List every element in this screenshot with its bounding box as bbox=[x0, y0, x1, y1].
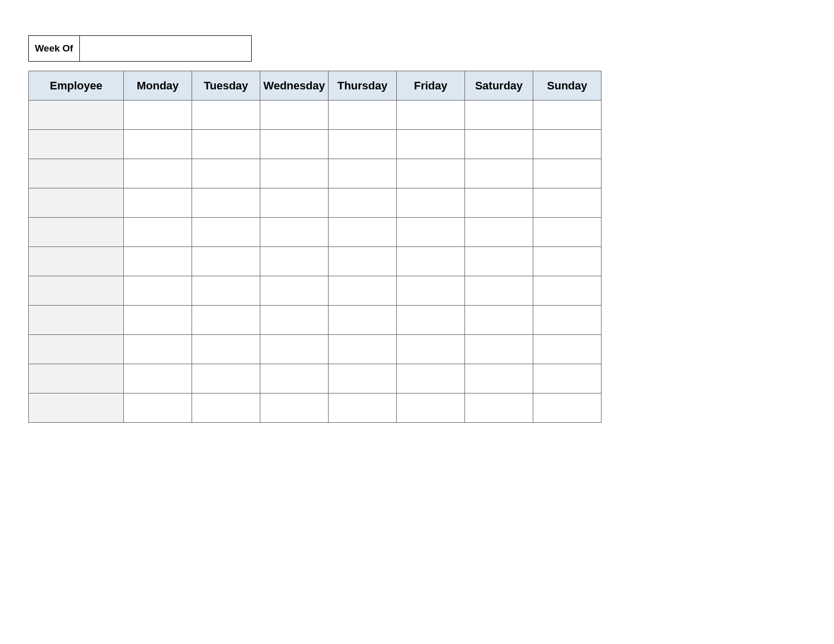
schedule-cell[interactable] bbox=[465, 188, 533, 218]
schedule-cell[interactable] bbox=[260, 159, 329, 188]
table-row bbox=[29, 335, 601, 364]
schedule-cell[interactable] bbox=[260, 364, 329, 393]
schedule-cell[interactable] bbox=[124, 247, 192, 276]
schedule-cell[interactable] bbox=[260, 188, 329, 218]
schedule-cell[interactable] bbox=[329, 218, 397, 247]
week-of-label: Week Of bbox=[28, 35, 80, 62]
schedule-cell[interactable] bbox=[192, 335, 260, 364]
schedule-cell[interactable] bbox=[533, 364, 601, 393]
schedule-cell[interactable] bbox=[533, 393, 601, 423]
schedule-cell[interactable] bbox=[533, 188, 601, 218]
schedule-table: Employee Monday Tuesday Wednesday Thursd… bbox=[28, 71, 601, 423]
schedule-cell[interactable] bbox=[124, 188, 192, 218]
schedule-cell[interactable] bbox=[533, 276, 601, 306]
table-row bbox=[29, 276, 601, 306]
header-sunday: Sunday bbox=[533, 71, 601, 101]
employee-cell[interactable] bbox=[29, 188, 124, 218]
employee-cell[interactable] bbox=[29, 159, 124, 188]
employee-cell[interactable] bbox=[29, 306, 124, 335]
schedule-cell[interactable] bbox=[260, 247, 329, 276]
schedule-cell[interactable] bbox=[533, 101, 601, 130]
table-row bbox=[29, 393, 601, 423]
schedule-cell[interactable] bbox=[465, 159, 533, 188]
schedule-cell[interactable] bbox=[124, 101, 192, 130]
schedule-cell[interactable] bbox=[397, 335, 465, 364]
schedule-cell[interactable] bbox=[533, 306, 601, 335]
schedule-cell[interactable] bbox=[124, 276, 192, 306]
schedule-cell[interactable] bbox=[192, 188, 260, 218]
schedule-cell[interactable] bbox=[465, 306, 533, 335]
schedule-cell[interactable] bbox=[260, 393, 329, 423]
schedule-cell[interactable] bbox=[260, 306, 329, 335]
schedule-cell[interactable] bbox=[465, 247, 533, 276]
schedule-cell[interactable] bbox=[260, 101, 329, 130]
schedule-cell[interactable] bbox=[533, 130, 601, 159]
schedule-cell[interactable] bbox=[465, 335, 533, 364]
schedule-cell[interactable] bbox=[329, 364, 397, 393]
schedule-cell[interactable] bbox=[465, 276, 533, 306]
schedule-cell[interactable] bbox=[329, 306, 397, 335]
schedule-cell[interactable] bbox=[329, 188, 397, 218]
schedule-cell[interactable] bbox=[260, 276, 329, 306]
schedule-cell[interactable] bbox=[465, 364, 533, 393]
schedule-cell[interactable] bbox=[329, 101, 397, 130]
employee-cell[interactable] bbox=[29, 130, 124, 159]
schedule-cell[interactable] bbox=[397, 393, 465, 423]
schedule-cell[interactable] bbox=[192, 247, 260, 276]
schedule-cell[interactable] bbox=[260, 130, 329, 159]
schedule-cell[interactable] bbox=[260, 335, 329, 364]
schedule-cell[interactable] bbox=[533, 247, 601, 276]
schedule-cell[interactable] bbox=[329, 393, 397, 423]
schedule-cell[interactable] bbox=[192, 364, 260, 393]
table-row bbox=[29, 247, 601, 276]
week-of-input[interactable] bbox=[80, 35, 252, 62]
schedule-cell[interactable] bbox=[192, 276, 260, 306]
schedule-cell[interactable] bbox=[533, 159, 601, 188]
employee-cell[interactable] bbox=[29, 393, 124, 423]
schedule-cell[interactable] bbox=[124, 306, 192, 335]
schedule-cell[interactable] bbox=[397, 247, 465, 276]
schedule-cell[interactable] bbox=[465, 393, 533, 423]
employee-cell[interactable] bbox=[29, 101, 124, 130]
schedule-cell[interactable] bbox=[192, 218, 260, 247]
schedule-cell[interactable] bbox=[192, 130, 260, 159]
table-row bbox=[29, 218, 601, 247]
employee-cell[interactable] bbox=[29, 218, 124, 247]
schedule-cell[interactable] bbox=[124, 130, 192, 159]
employee-cell[interactable] bbox=[29, 364, 124, 393]
week-of-box: Week Of bbox=[28, 35, 601, 62]
schedule-cell[interactable] bbox=[124, 218, 192, 247]
table-row bbox=[29, 101, 601, 130]
schedule-cell[interactable] bbox=[397, 364, 465, 393]
schedule-cell[interactable] bbox=[397, 306, 465, 335]
schedule-cell[interactable] bbox=[192, 393, 260, 423]
schedule-cell[interactable] bbox=[124, 159, 192, 188]
schedule-cell[interactable] bbox=[465, 101, 533, 130]
employee-cell[interactable] bbox=[29, 247, 124, 276]
employee-cell[interactable] bbox=[29, 335, 124, 364]
schedule-cell[interactable] bbox=[397, 218, 465, 247]
schedule-cell[interactable] bbox=[329, 159, 397, 188]
schedule-cell[interactable] bbox=[260, 218, 329, 247]
schedule-cell[interactable] bbox=[329, 335, 397, 364]
schedule-cell[interactable] bbox=[192, 101, 260, 130]
schedule-cell[interactable] bbox=[533, 218, 601, 247]
schedule-cell[interactable] bbox=[329, 276, 397, 306]
schedule-cell[interactable] bbox=[124, 364, 192, 393]
schedule-cell[interactable] bbox=[465, 130, 533, 159]
schedule-cell[interactable] bbox=[124, 393, 192, 423]
schedule-cell[interactable] bbox=[465, 218, 533, 247]
schedule-cell[interactable] bbox=[397, 101, 465, 130]
schedule-cell[interactable] bbox=[192, 306, 260, 335]
schedule-cell[interactable] bbox=[192, 159, 260, 188]
schedule-cell[interactable] bbox=[397, 130, 465, 159]
schedule-cell[interactable] bbox=[533, 335, 601, 364]
schedule-cell[interactable] bbox=[329, 247, 397, 276]
header-tuesday: Tuesday bbox=[192, 71, 260, 101]
schedule-cell[interactable] bbox=[397, 276, 465, 306]
schedule-cell[interactable] bbox=[397, 188, 465, 218]
employee-cell[interactable] bbox=[29, 276, 124, 306]
schedule-cell[interactable] bbox=[124, 335, 192, 364]
schedule-cell[interactable] bbox=[397, 159, 465, 188]
schedule-cell[interactable] bbox=[329, 130, 397, 159]
